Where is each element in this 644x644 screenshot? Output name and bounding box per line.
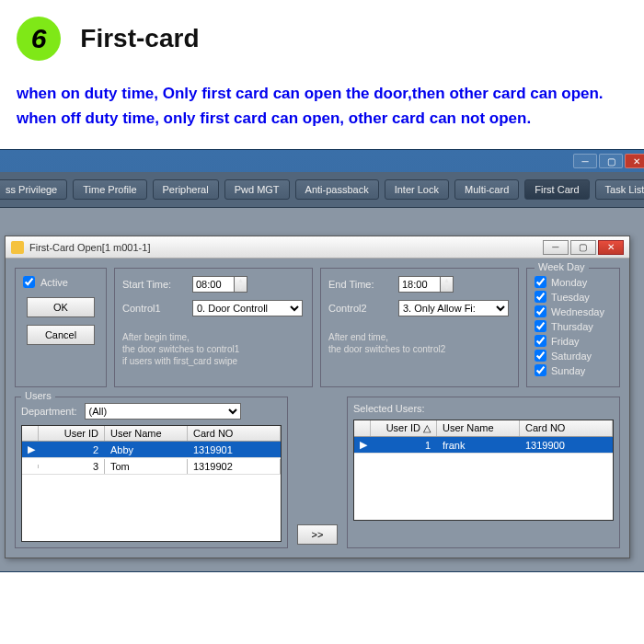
table-row[interactable]: 3Tom1319902 xyxy=(22,458,281,475)
dialog-maximize-button[interactable]: ▢ xyxy=(570,240,596,255)
tab-time-profile[interactable]: Time Profile xyxy=(73,179,146,200)
weekday-monday[interactable]: Monday xyxy=(535,276,612,288)
weekday-tuesday[interactable]: Tuesday xyxy=(535,291,612,303)
start-time-input[interactable] xyxy=(192,276,235,293)
step-number-badge: 6 xyxy=(17,17,61,61)
tab-first-card[interactable]: First Card xyxy=(524,179,589,200)
control2-hint: After end time, the door switches to con… xyxy=(328,331,511,355)
transfer-buttons: >> xyxy=(297,397,338,548)
maximize-button[interactable]: ▢ xyxy=(599,154,623,168)
available-users-grid[interactable]: User ID User Name Card NO ▶2Abby13199013… xyxy=(21,425,282,542)
dialog-title-text: First-Card Open[1 m001-1] xyxy=(29,242,150,253)
dialog-icon xyxy=(11,241,24,254)
left-button-panel: Active OK Cancel xyxy=(15,268,107,387)
start-control-panel: Start Time: ▲▼ Control1 0. Door Controll… xyxy=(114,268,313,387)
control2-select[interactable]: 3. Only Allow Fi: xyxy=(398,300,509,316)
page-title: First-card xyxy=(80,24,199,53)
description-text: when on duty time, Only first card can o… xyxy=(0,70,644,149)
tab-inter-lock[interactable]: Inter Lock xyxy=(385,179,449,200)
tab-pwd-mgt[interactable]: Pwd MGT xyxy=(224,179,290,200)
cancel-button[interactable]: Cancel xyxy=(27,325,95,345)
control1-label: Control1 xyxy=(122,303,185,314)
start-time-spinner[interactable]: ▲▼ xyxy=(235,276,247,293)
table-row[interactable]: ▶2Abby1319901 xyxy=(22,442,281,458)
minimize-button[interactable]: ─ xyxy=(573,154,597,168)
weekday-panel: Monday Tuesday Wednesday Thursday Friday… xyxy=(526,268,620,387)
selected-users-panel: Selected Users: User ID △ User Name Card… xyxy=(347,397,620,548)
ok-button[interactable]: OK xyxy=(27,297,95,317)
selected-users-label: Selected Users: xyxy=(353,403,614,414)
move-right-button[interactable]: >> xyxy=(297,524,338,545)
weekday-thursday[interactable]: Thursday xyxy=(535,320,612,332)
active-checkbox[interactable] xyxy=(23,276,35,288)
weekday-saturday[interactable]: Saturday xyxy=(535,350,612,362)
tab-multi-card[interactable]: Multi-card xyxy=(454,179,519,200)
dialog-titlebar[interactable]: First-Card Open[1 m001-1] ─ ▢ ✕ xyxy=(6,236,629,259)
active-checkbox-label[interactable]: Active xyxy=(23,276,98,288)
end-time-spinner[interactable]: ▲▼ xyxy=(441,276,454,293)
weekday-sunday[interactable]: Sunday xyxy=(535,364,612,376)
selected-users-grid[interactable]: User ID △ User Name Card NO ▶1frank13199… xyxy=(353,420,614,521)
dialog-minimize-button[interactable]: ─ xyxy=(543,240,569,255)
end-time-label: End Time: xyxy=(328,279,391,290)
dialog-close-button[interactable]: ✕ xyxy=(598,240,624,255)
department-label: Department: xyxy=(21,406,77,417)
table-row[interactable]: ▶1frank1319900 xyxy=(354,437,613,454)
end-time-input[interactable] xyxy=(398,276,441,293)
available-users-panel: Department: (All) User ID User Name Card… xyxy=(15,397,288,548)
control1-hint: After begin time, the door switches to c… xyxy=(122,331,305,367)
control2-label: Control2 xyxy=(328,303,391,314)
tab-ss-privilege[interactable]: ss Privilege xyxy=(0,179,67,200)
tab-bar: ss PrivilegeTime ProfilePeripheralPwd MG… xyxy=(0,172,644,208)
weekday-friday[interactable]: Friday xyxy=(535,335,612,347)
end-control-panel: End Time: ▲▼ Control2 3. Only Allow Fi: … xyxy=(320,268,519,387)
parent-window: ─ ▢ ✕ ss PrivilegeTime ProfilePeripheral… xyxy=(0,149,644,572)
start-time-label: Start Time: xyxy=(122,279,185,290)
department-select[interactable]: (All) xyxy=(85,403,241,420)
close-button[interactable]: ✕ xyxy=(625,154,644,168)
first-card-dialog: First-Card Open[1 m001-1] ─ ▢ ✕ Active O xyxy=(5,236,630,558)
tab-peripheral[interactable]: Peripheral xyxy=(153,179,219,200)
tab-anti-passback[interactable]: Anti-passback xyxy=(295,179,379,200)
tab-task-list[interactable]: Task List xyxy=(595,179,644,200)
control1-select[interactable]: 0. Door Controll xyxy=(192,300,303,316)
weekday-wednesday[interactable]: Wednesday xyxy=(535,305,612,317)
